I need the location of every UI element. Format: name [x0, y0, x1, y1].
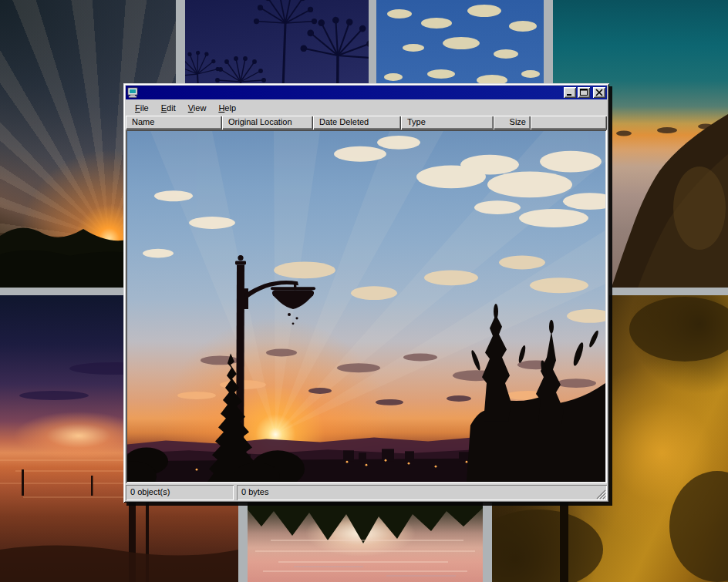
status-bar: 0 object(s) 0 bytes	[126, 485, 607, 500]
folder-view-area[interactable]	[126, 130, 607, 483]
sunset-photo-details	[127, 131, 605, 482]
computer-icon	[127, 87, 140, 98]
status-bytes-text: 0 bytes	[241, 487, 268, 496]
menu-help[interactable]: Help	[214, 102, 241, 114]
status-objects: 0 object(s)	[126, 485, 234, 500]
recycle-bin-window: File Edit View Help Name Original Locati…	[123, 83, 609, 503]
column-header-blank[interactable]	[531, 116, 607, 130]
close-icon	[593, 87, 605, 98]
column-header-type[interactable]: Type	[401, 116, 494, 130]
menu-view[interactable]: View	[184, 102, 211, 114]
maximize-button[interactable]	[578, 87, 590, 98]
close-button[interactable]	[593, 87, 605, 98]
status-bytes: 0 bytes	[237, 485, 607, 500]
list-column-headers: Name Original Location Date Deleted Type…	[126, 116, 607, 130]
menu-edit[interactable]: Edit	[157, 102, 180, 114]
column-header-size[interactable]: Size	[494, 116, 531, 130]
window-controls	[564, 87, 605, 98]
resize-grip-icon[interactable]	[596, 489, 606, 500]
minimize-icon	[564, 87, 576, 98]
menu-file[interactable]: File	[130, 102, 153, 114]
column-header-name[interactable]: Name	[126, 116, 222, 130]
column-header-original-location[interactable]: Original Location	[222, 116, 313, 130]
menu-bar: File Edit View Help	[126, 100, 607, 116]
minimize-button[interactable]	[564, 87, 576, 98]
column-header-date-deleted[interactable]: Date Deleted	[313, 116, 401, 130]
sunset-streetlamp-photo	[127, 131, 605, 482]
title-bar[interactable]	[126, 86, 607, 99]
maximize-icon	[578, 87, 590, 98]
